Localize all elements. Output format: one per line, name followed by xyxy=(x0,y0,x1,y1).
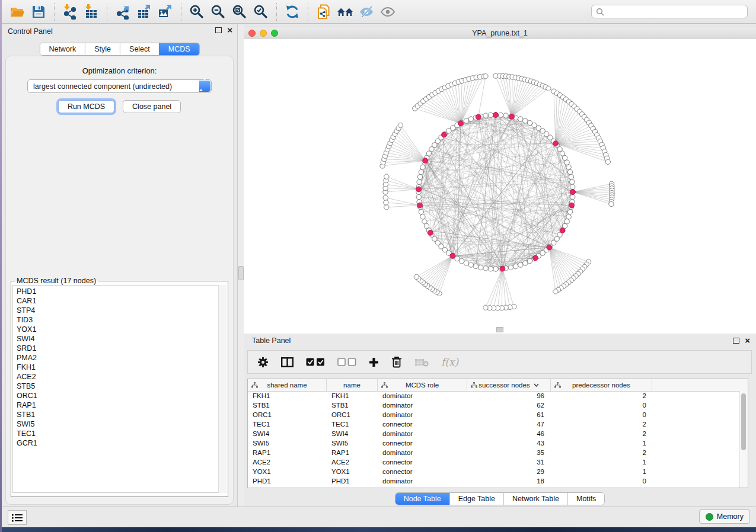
network-region: YPA_prune.txt_1 Table Panel × xyxy=(244,24,756,507)
export-network-icon[interactable] xyxy=(112,2,133,21)
export-image-icon[interactable] xyxy=(155,2,176,21)
table-row[interactable]: ORC1ORC1dominator610 xyxy=(248,410,740,419)
save-icon[interactable] xyxy=(28,2,49,21)
table-row[interactable]: RAP1RAP1dominator352 xyxy=(248,448,740,457)
panel-selector-button[interactable] xyxy=(8,510,27,525)
run-mcds-button[interactable]: Run MCDS xyxy=(58,100,114,113)
control-panel: Control Panel × Network Style Select MCD… xyxy=(2,24,237,507)
export-table-icon[interactable] xyxy=(133,2,155,21)
mcds-result-item[interactable]: STB5 xyxy=(17,382,226,391)
mcds-result-item[interactable]: GCR1 xyxy=(17,438,226,448)
criterion-dropdown-value: largest connected component (undirected) xyxy=(33,82,172,91)
tab-node-table[interactable]: Node Table xyxy=(395,493,449,505)
table-scrollbar-thumb[interactable] xyxy=(741,393,746,450)
show-eye-icon[interactable] xyxy=(377,2,398,21)
criterion-dropdown[interactable]: largest connected component (undirected) xyxy=(27,79,212,93)
mcds-result-item[interactable]: TID3 xyxy=(17,315,226,325)
search-box[interactable] xyxy=(591,5,748,18)
zoom-in-icon[interactable] xyxy=(186,2,208,21)
split-columns-icon[interactable] xyxy=(281,357,294,367)
table-row[interactable]: FKH1FKH1dominator962 xyxy=(248,391,740,400)
column-header-mcds-role[interactable]: MCDS role xyxy=(378,379,467,391)
toolbar-separator xyxy=(181,3,181,21)
tab-network[interactable]: Network xyxy=(40,43,85,55)
close-panel-icon[interactable]: × xyxy=(227,27,232,33)
memory-button[interactable]: Memory xyxy=(699,509,750,524)
close-panel-button[interactable]: Close panel xyxy=(123,100,181,113)
zoom-fit-icon[interactable] xyxy=(229,2,250,21)
table-cell: 29 xyxy=(467,467,551,476)
mcds-result-item[interactable]: PMA2 xyxy=(17,353,226,363)
search-input[interactable] xyxy=(607,7,743,17)
table-cell: dominator xyxy=(378,476,467,486)
network-window-title: YPA_prune.txt_1 xyxy=(244,27,756,39)
network-canvas[interactable] xyxy=(244,39,756,334)
mcds-result-item[interactable]: YOX1 xyxy=(17,325,226,334)
table-row[interactable]: PHD1PHD1dominator180 xyxy=(248,476,740,486)
mcds-result-item[interactable]: ACE2 xyxy=(17,372,226,382)
tab-mcds[interactable]: MCDS xyxy=(159,43,199,55)
import-network-icon[interactable] xyxy=(59,2,81,21)
pane-divider-handle[interactable] xyxy=(496,327,503,332)
table-row[interactable]: ACE2ACE2connector311 xyxy=(248,457,740,467)
splitter-handle[interactable] xyxy=(238,266,244,280)
table-row[interactable]: TEC1TEC1connector472 xyxy=(248,419,740,429)
unselect-all-columns-icon[interactable] xyxy=(337,358,356,366)
tab-motifs[interactable]: Motifs xyxy=(567,493,604,505)
tab-edge-table[interactable]: Edge Table xyxy=(449,493,503,505)
toolbar-separator xyxy=(276,3,277,21)
table-cell: 1 xyxy=(551,438,652,448)
zoom-out-icon[interactable] xyxy=(208,2,229,21)
refresh-icon[interactable] xyxy=(282,2,303,21)
float-panel-icon[interactable] xyxy=(215,27,222,33)
table-cell: connector xyxy=(378,457,467,467)
network-window-titlebar[interactable]: YPA_prune.txt_1 xyxy=(244,27,756,40)
mcds-result-item[interactable]: SWI4 xyxy=(17,334,226,344)
network-graph[interactable] xyxy=(244,39,756,334)
tab-select[interactable]: Select xyxy=(120,43,159,55)
window-zoom-button[interactable] xyxy=(271,30,278,37)
mcds-result-item[interactable]: SRD1 xyxy=(17,344,226,353)
float-table-panel-icon[interactable] xyxy=(733,338,739,344)
table-scrollbar[interactable] xyxy=(739,391,748,488)
mcds-result-item[interactable]: FKH1 xyxy=(17,363,226,372)
select-all-columns-icon[interactable] xyxy=(306,358,325,366)
zoom-selected-icon[interactable] xyxy=(250,2,272,21)
table-row[interactable]: SWI5SWI5connector431 xyxy=(248,438,740,448)
close-table-panel-icon[interactable]: × xyxy=(745,338,750,344)
table-cell: connector xyxy=(378,438,467,448)
clone-network-icon[interactable] xyxy=(313,2,334,21)
memory-label: Memory xyxy=(717,512,744,521)
add-column-icon[interactable] xyxy=(369,357,379,367)
mcds-result-item[interactable]: CAR1 xyxy=(17,296,226,306)
open-folder-icon[interactable] xyxy=(7,2,28,21)
mcds-result-item[interactable]: PHD1 xyxy=(17,287,226,296)
hide-eye-icon[interactable] xyxy=(356,2,377,21)
main-toolbar xyxy=(2,0,756,24)
mcds-result-item[interactable]: STP4 xyxy=(17,306,226,315)
mcds-result-item[interactable]: TEC1 xyxy=(17,429,226,438)
mcds-result-item[interactable]: STB1 xyxy=(17,410,226,419)
table-row[interactable]: YOX1YOX1connector291 xyxy=(248,467,740,476)
sort-chevron-down-icon[interactable] xyxy=(534,383,539,387)
import-table-icon[interactable] xyxy=(81,2,102,21)
column-header-predecessor-nodes[interactable]: predecessor nodes xyxy=(551,379,652,391)
column-header-successor-nodes[interactable]: successor nodes xyxy=(467,379,551,391)
tab-network-table[interactable]: Network Table xyxy=(503,493,567,505)
mcds-list-scrollbar[interactable] xyxy=(218,285,227,493)
column-header-name[interactable]: name xyxy=(327,379,378,391)
table-panel: Table Panel × xyxy=(244,334,756,507)
window-close-button[interactable] xyxy=(248,30,256,37)
mcds-result-item[interactable]: SWI5 xyxy=(17,419,226,429)
gear-icon[interactable] xyxy=(257,357,269,368)
table-row[interactable]: STB1STB1dominator620 xyxy=(248,400,740,410)
column-type-icon xyxy=(381,382,388,388)
mcds-result-item[interactable]: RAP1 xyxy=(17,400,226,410)
table-row[interactable]: SWI4SWI4dominator462 xyxy=(248,429,740,438)
column-header-shared-name[interactable]: shared name xyxy=(248,379,327,391)
mcds-result-item[interactable]: ORC1 xyxy=(17,391,226,400)
window-minimize-button[interactable] xyxy=(260,30,267,37)
tab-style[interactable]: Style xyxy=(85,43,120,55)
double-home-icon[interactable] xyxy=(334,2,356,21)
delete-column-icon[interactable] xyxy=(391,356,402,368)
